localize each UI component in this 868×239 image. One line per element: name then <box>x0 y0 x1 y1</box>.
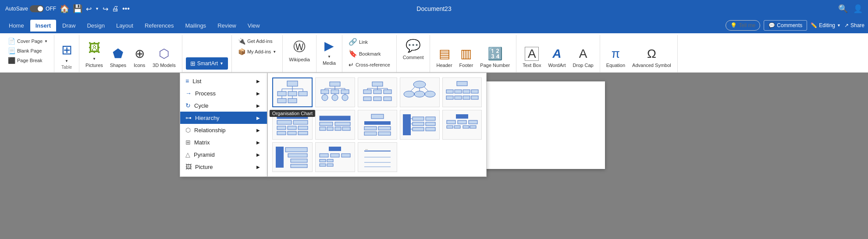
svg-rect-105 <box>320 164 326 166</box>
hier-item-9[interactable] <box>400 110 440 140</box>
tab-references[interactable]: References <box>139 20 179 32</box>
svg-rect-0 <box>287 81 298 86</box>
hier-item-2[interactable] <box>315 77 355 107</box>
profile-icon[interactable]: 👤 <box>853 4 863 14</box>
page-number-btn[interactable]: 🔢 Page Number <box>477 45 512 70</box>
menu-item-matrix[interactable]: ⊞ Matrix ▶ <box>180 136 267 148</box>
tab-mailings[interactable]: Mailings <box>180 20 211 32</box>
hierarchy-menu-icon: ⊶ <box>185 114 192 121</box>
tell-me-label: Tell me <box>739 22 755 28</box>
wikipedia-button[interactable]: Ⓦ Wikipedia <box>286 37 313 64</box>
cross-reference-btn[interactable]: ↵ Cross-reference <box>346 60 393 69</box>
svg-rect-97 <box>291 159 307 162</box>
tab-insert[interactable]: Insert <box>30 20 56 32</box>
footer-btn[interactable]: ▥ Footer <box>457 45 476 70</box>
smartart-wrapper: ⊞ SmartArt ▼ <box>186 57 228 70</box>
menu-item-process[interactable]: → Process ▶ <box>180 87 267 99</box>
svg-rect-14 <box>321 90 329 94</box>
pages-group-label <box>5 70 50 70</box>
svg-rect-78 <box>413 122 424 126</box>
menu-item-hierarchy[interactable]: ⊶ Hierarchy ▶ <box>180 112 267 124</box>
search-icon[interactable]: 🔍 <box>838 4 848 14</box>
home-icon[interactable]: 🏠 <box>60 4 69 14</box>
hier-item-4[interactable] <box>400 77 440 107</box>
bookmark-btn[interactable]: 🔖 Bookmark <box>346 49 393 59</box>
hier-item-10[interactable] <box>442 110 482 140</box>
autosave-toggle[interactable]: AutoSave OFF <box>5 5 56 12</box>
print-preview-icon[interactable]: 🖨 <box>112 5 119 13</box>
menu-item-picture[interactable]: 🖼 Picture ▶ <box>180 161 267 173</box>
svg-rect-2 <box>288 91 297 96</box>
drop-cap-btn[interactable]: A Drop Cap <box>570 45 596 70</box>
pictures-button[interactable]: 🖼 ▼ Pictures <box>83 39 106 70</box>
menu-item-relationship[interactable]: ⬡ Relationship ▶ <box>180 124 267 136</box>
hier-org-chart[interactable]: Organisation Chart <box>272 77 313 107</box>
svg-rect-63 <box>320 116 350 120</box>
tab-view[interactable]: View <box>242 20 265 32</box>
get-addins-btn[interactable]: 🔌 Get Add-ins <box>235 37 275 46</box>
tab-design[interactable]: Design <box>82 20 110 32</box>
undo-icon[interactable]: ↩ <box>86 5 92 13</box>
hier-item-12[interactable] <box>315 142 355 172</box>
comment-icon: 💬 <box>406 39 421 53</box>
more-icon[interactable]: ••• <box>122 5 130 13</box>
hier-item-7[interactable] <box>315 110 355 140</box>
my-addins-btn[interactable]: 📦 My Add-ins ▼ <box>235 47 279 56</box>
tab-review[interactable]: Review <box>212 20 242 32</box>
hf-items: ▤ Header ▥ Footer 🔢 Page Number <box>434 37 512 70</box>
link-btn[interactable]: 🔗 Link <box>346 37 393 47</box>
hier-item-5[interactable] <box>442 77 482 107</box>
menu-item-list[interactable]: ≡ List ▶ <box>180 75 267 87</box>
blank-page-btn[interactable]: 📃 Blank Page <box>5 46 50 55</box>
shapes-button[interactable]: ⬟ Shapes <box>107 45 129 70</box>
hier-item-3[interactable] <box>358 77 398 107</box>
textbox-btn[interactable]: A Text Box <box>520 45 544 70</box>
equation-btn[interactable]: π Equation <box>604 45 628 70</box>
tab-draw[interactable]: Draw <box>57 20 81 32</box>
wordart-label: WordArt <box>548 63 566 68</box>
comments-button[interactable]: 💬 Comments <box>764 20 807 31</box>
hier-item-11[interactable] <box>272 142 313 172</box>
comments-label: Comments <box>777 22 802 28</box>
picture-menu-icon: 🖼 <box>185 163 192 170</box>
cross-ref-icon: ↵ <box>349 61 354 68</box>
svg-rect-80 <box>426 117 435 120</box>
smartart-button[interactable]: ⊞ SmartArt ▼ <box>186 57 228 70</box>
adv-symbol-btn[interactable]: Ω Advanced Symbol <box>630 45 674 70</box>
hier-svg-13: — <box>360 145 395 169</box>
page-break-btn[interactable]: ⬛ Page Break <box>5 56 50 65</box>
list-menu-icon: ≡ <box>185 77 189 84</box>
share-button[interactable]: ↗ Share <box>844 22 864 28</box>
get-addins-label: Get Add-ins <box>247 39 272 44</box>
svg-point-17 <box>322 95 328 101</box>
models-3d-icon: ⬡ <box>159 46 169 61</box>
autosave-switch[interactable] <box>30 5 44 12</box>
document-title: Document23 <box>416 5 451 12</box>
tell-me-search[interactable]: 💡 Tell me <box>726 20 760 31</box>
models-3d-label: 3D Models <box>153 63 176 68</box>
page-break-label: Page Break <box>17 58 42 63</box>
media-button[interactable]: ▶ ▼ Media <box>320 37 338 67</box>
tab-layout[interactable]: Layout <box>111 20 139 32</box>
table-button[interactable]: ⊞ ▼ <box>58 40 75 65</box>
redo-icon[interactable]: ↪ <box>103 5 108 13</box>
menu-item-cycle[interactable]: ↻ Cycle ▶ <box>180 99 267 112</box>
hier-item-13[interactable]: — <box>358 142 398 172</box>
hier-item-8[interactable] <box>358 110 398 140</box>
wikipedia-group: Ⓦ Wikipedia <box>283 35 317 72</box>
models-3d-button[interactable]: ⬡ 3D Models <box>150 45 178 70</box>
matrix-menu-icon: ⊞ <box>185 139 191 146</box>
wordart-btn[interactable]: A WordArt <box>545 45 568 70</box>
svg-point-41 <box>425 91 435 97</box>
comment-btn[interactable]: 💬 Comment <box>400 37 427 62</box>
media-icon: ▶ <box>324 39 334 53</box>
menu-item-pyramid[interactable]: △ Pyramid ▶ <box>180 148 267 161</box>
icons-button[interactable]: ⊕ Icons <box>131 45 148 70</box>
tab-home[interactable]: Home <box>4 20 29 32</box>
undo-arrow[interactable]: ▼ <box>95 7 99 11</box>
table-items: ⊞ ▼ <box>58 37 75 65</box>
save-icon[interactable]: 💾 <box>73 4 82 14</box>
header-btn[interactable]: ▤ Header <box>434 45 455 70</box>
cover-page-btn[interactable]: 📄 Cover Page ▼ <box>5 37 50 46</box>
editing-button[interactable]: ✏️ Editing ▼ <box>811 22 841 28</box>
